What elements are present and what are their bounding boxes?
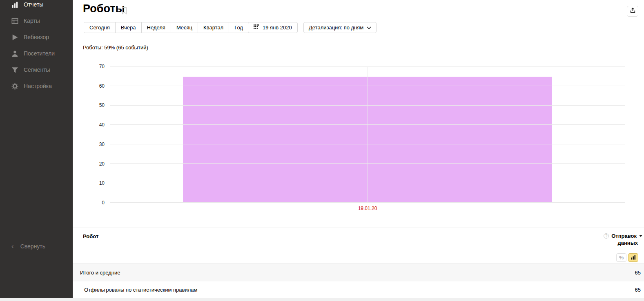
sidebar-item-reports[interactable]: Отчеты: [0, 0, 73, 13]
question-circle-icon[interactable]: ?: [604, 233, 609, 239]
chevron-left-icon: ‹: [11, 242, 14, 250]
upload-icon: [630, 7, 636, 15]
row-label: Итого и средние: [73, 270, 120, 276]
gear-icon: [11, 82, 18, 90]
period-button-today[interactable]: Сегодня: [84, 22, 115, 33]
sidebar-item-visitors[interactable]: Посетители: [0, 45, 73, 62]
bars-toggle-button[interactable]: [628, 253, 638, 262]
y-tick-label: 0: [74, 200, 105, 206]
detail-dropdown-label: Детализация: по дням: [309, 24, 363, 31]
period-button-quarter[interactable]: Квартал: [198, 22, 229, 33]
sidebar-item-label: Сегменты: [24, 66, 50, 73]
date-picker-button[interactable]: 19 янв 2020: [248, 22, 298, 33]
metric-display-toggles: %: [616, 253, 638, 262]
y-tick-label: 30: [74, 142, 105, 147]
bookmark-icon[interactable]: [121, 7, 127, 16]
column-header-metric[interactable]: ? Отправок данных: [604, 233, 642, 246]
period-segmented-control: Сегодня Вчера Неделя Месяц Квартал Год: [84, 22, 249, 33]
sidebar-item-settings[interactable]: Настройка: [0, 78, 73, 94]
chart-x-tick-label: 19.01.20: [110, 206, 625, 211]
sort-desc-caret-icon: [639, 235, 642, 237]
play-icon: [11, 33, 18, 41]
metric-header-label: Отправок: [611, 233, 637, 239]
chart-plot: [110, 66, 625, 203]
y-tick-label: 10: [74, 180, 105, 186]
sidebar-item-maps[interactable]: Карты: [0, 13, 73, 29]
period-button-week[interactable]: Неделя: [141, 22, 171, 33]
sidebar-item-label: Посетители: [24, 50, 55, 57]
chart-y-axis: 010203040506070: [74, 66, 105, 203]
y-tick-label: 20: [74, 161, 105, 167]
date-picker-label: 19 янв 2020: [263, 24, 292, 31]
y-tick-label: 40: [74, 122, 105, 128]
row-value: 65: [635, 281, 641, 298]
sidebar-nav: Отчеты Карты Вебвизор Посетители: [0, 0, 73, 94]
table-row-filtered[interactable]: Отфильтрованы по статистическим правилам…: [73, 281, 644, 298]
export-button[interactable]: [627, 6, 638, 17]
sidebar-item-label: Карты: [24, 18, 40, 24]
percent-toggle-button[interactable]: %: [616, 253, 626, 262]
person-icon: [11, 50, 18, 57]
summary-text: Роботы: 59% (65 событий): [83, 44, 148, 51]
row-label: Отфильтрованы по статистическим правилам: [73, 287, 197, 293]
collapse-label: Свернуть: [20, 243, 45, 250]
detail-dropdown[interactable]: Детализация: по дням: [303, 22, 377, 33]
chevron-down-icon: [367, 24, 371, 31]
robots-table: Робот ? Отправок данных % Итого и сред: [73, 228, 644, 298]
y-tick-label: 60: [74, 83, 105, 89]
bar-chart-icon: [631, 254, 636, 261]
sidebar-item-webvisor[interactable]: Вебвизор: [0, 29, 73, 45]
metric-header-label-2: данных: [604, 240, 638, 246]
calendar-grid-icon: [254, 24, 259, 31]
sidebar: Отчеты Карты Вебвизор Посетители: [0, 0, 73, 298]
period-button-year[interactable]: Год: [229, 22, 248, 33]
bottom-strip: [0, 298, 644, 301]
period-button-yesterday[interactable]: Вчера: [115, 22, 141, 33]
yandex-metrica-robots-page: Отчеты Карты Вебвизор Посетители: [0, 0, 644, 301]
table-header-row: Робот ? Отправок данных %: [73, 228, 644, 264]
funnel-icon: [11, 66, 18, 73]
sidebar-item-segments[interactable]: Сегменты: [0, 62, 73, 78]
bar-chart-icon: [11, 1, 18, 8]
y-tick-label: 50: [74, 102, 105, 108]
column-header-robot[interactable]: Робот: [83, 233, 98, 239]
table-row-totals[interactable]: Итого и средние 65: [73, 264, 644, 281]
row-value: 65: [635, 264, 641, 281]
sidebar-item-label: Настройка: [24, 83, 52, 89]
sidebar-collapse-button[interactable]: ‹ Свернуть: [0, 240, 45, 253]
sidebar-item-label: Отчеты: [24, 1, 43, 8]
maps-icon: [11, 17, 18, 24]
period-button-month[interactable]: Месяц: [171, 22, 198, 33]
y-tick-label: 70: [74, 64, 105, 69]
sidebar-item-label: Вебвизор: [24, 34, 49, 40]
page-title: Роботы: [83, 2, 125, 15]
